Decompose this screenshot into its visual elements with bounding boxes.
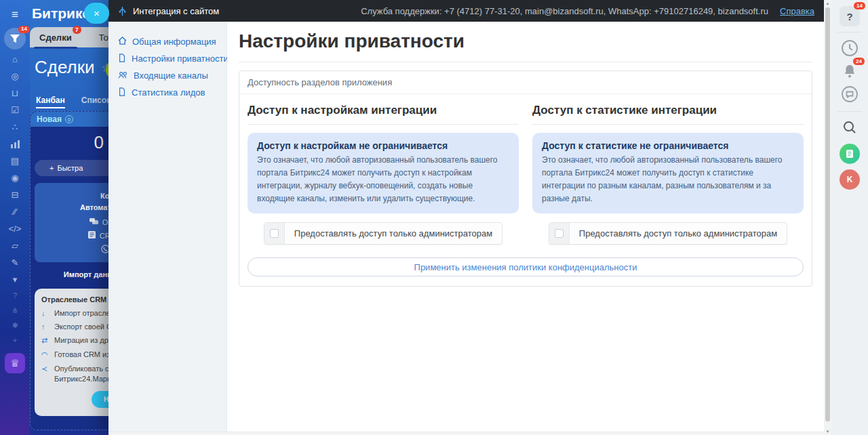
modal-menu-item-2[interactable]: Настройки приватности: [118, 50, 226, 67]
help-button[interactable]: ? 14: [840, 6, 860, 26]
info-title: Доступ к статистике не ограничивается: [542, 140, 794, 151]
checkbox-cell[interactable]: [264, 223, 285, 244]
settings-access-column: Доступ к настройкам интеграции Доступ к …: [248, 102, 519, 245]
column-heading: Доступ к настройкам интеграции: [248, 104, 519, 117]
notifications-bell-icon[interactable]: 24: [840, 62, 859, 81]
form-icon: [88, 231, 96, 240]
sales-icon[interactable]: ∕∕: [4, 203, 26, 220]
help-link[interactable]: Справка: [780, 6, 814, 16]
home-icon: [118, 37, 127, 47]
checkbox-cell[interactable]: [549, 223, 570, 244]
settings-access-info: Доступ к настройкам не ограничивается Эт…: [248, 133, 519, 213]
modal-title: Интеграция с сайтом: [133, 6, 219, 16]
screen: Битрикс24 Сделки 7 Товары Сделки ☆ Канба…: [0, 0, 868, 435]
crm-funnel-icon[interactable]: 14: [4, 28, 26, 49]
network-icon[interactable]: ∴: [4, 119, 26, 136]
scrollbar-thumb[interactable]: [825, 7, 830, 421]
cart-icon[interactable]: ⊔: [4, 85, 26, 102]
user-avatar[interactable]: K: [840, 169, 860, 190]
page-title: Сделки: [35, 57, 95, 78]
checkbox-unchecked[interactable]: [555, 229, 564, 238]
plus-icon: +: [50, 164, 54, 172]
divider: [837, 32, 862, 33]
menu-icon[interactable]: ≡: [4, 6, 26, 23]
admin-only-stats-checkbox[interactable]: Предоставлять доступ только администрато…: [549, 222, 787, 245]
cloud-icon: ◠: [41, 350, 50, 359]
vertical-scrollbar[interactable]: ▲ ▼: [824, 0, 831, 435]
settings-icon[interactable]: ✱: [4, 318, 26, 333]
chat-icon: [90, 218, 98, 226]
info-title: Доступ к настройкам не ограничивается: [257, 140, 509, 151]
kanban-column-label: Новая: [37, 115, 62, 124]
add-icon[interactable]: +: [4, 333, 26, 348]
right-utility-rail: ? 14 24 K: [831, 0, 868, 435]
info-text: Это означает, что любой авторизованный п…: [257, 155, 497, 203]
crm-funnel-icon-badge: 14: [18, 26, 30, 33]
view-tab-list[interactable]: Список: [81, 96, 111, 108]
divider: [532, 124, 804, 125]
robot-icon[interactable]: ◉: [4, 169, 26, 186]
admin-only-settings-checkbox[interactable]: Предоставлять доступ только администрато…: [264, 222, 502, 245]
modal-menu-item-3[interactable]: Входящие каналы: [118, 67, 226, 84]
horizontal-scrollbar-track[interactable]: [108, 432, 824, 435]
import-icon: ↓: [41, 309, 50, 317]
target-icon[interactable]: ◎: [4, 68, 26, 85]
tab-deals[interactable]: Сделки 7: [39, 33, 72, 43]
export-icon: ↑: [41, 323, 50, 331]
migrate-icon: ⇄: [41, 336, 50, 345]
notifications-badge: 24: [853, 58, 865, 65]
modal-sidebar: Общая информацияНастройки приватностиВхо…: [108, 22, 227, 435]
modal-menu-label: Статистика лидов: [132, 87, 205, 98]
checkbox-label: Предоставлять доступ только администрато…: [285, 223, 502, 244]
contacts-icon[interactable]: ▤: [4, 152, 26, 169]
doc-icon: [118, 87, 126, 98]
tasks-icon[interactable]: ☑: [4, 102, 26, 119]
app-icon: [118, 6, 127, 16]
divider: [837, 111, 862, 112]
column-heading: Доступ к статистике интеграции: [532, 104, 804, 117]
doc-edit-icon[interactable]: ▱: [4, 237, 26, 254]
modal-menu-label: Входящие каналы: [134, 70, 208, 81]
database-icon[interactable]: ⊟: [4, 186, 26, 203]
modal-menu-item-1[interactable]: Общая информация: [118, 33, 226, 50]
home-icon[interactable]: ⌂: [4, 51, 26, 68]
checkbox-unchecked[interactable]: [270, 229, 279, 238]
scroll-up-arrow[interactable]: ▲: [824, 1, 831, 5]
people-icon: [118, 70, 128, 81]
page-title-row: Сделки ☆: [35, 57, 112, 78]
divider: [239, 62, 812, 62]
search-icon[interactable]: [840, 118, 859, 137]
modal-content: Настройки приватности Доступность раздел…: [227, 22, 824, 435]
support-info: Служба поддержки: +7 (4712) 77-31-20, ma…: [361, 6, 768, 16]
close-button[interactable]: ×: [84, 3, 109, 24]
market-crown-icon[interactable]: ♕: [5, 353, 25, 373]
panel-body: Доступ к настройкам интеграции Доступ к …: [239, 94, 812, 286]
kanban-column-count: 0: [65, 115, 73, 123]
doc-icon: [118, 54, 126, 64]
apply-privacy-button[interactable]: Применить изменения политики конфиденциа…: [248, 257, 804, 276]
share-icon: ≺: [41, 365, 50, 373]
messenger-icon[interactable]: [840, 85, 859, 104]
scroll-down-arrow[interactable]: ▼: [824, 430, 831, 434]
divider: [248, 124, 519, 125]
history-clock-icon[interactable]: [840, 39, 859, 58]
marketplace-widget-icon[interactable]: [840, 144, 860, 164]
help-badge: 14: [854, 2, 865, 9]
modal-menu-item-4[interactable]: Статистика лидов: [118, 84, 226, 101]
tab-deals-badge: 7: [73, 26, 81, 34]
modal-header: Интеграция с сайтом Служба поддержки: +7…: [108, 0, 824, 22]
structure-icon[interactable]: ⋔: [4, 303, 26, 318]
code-icon[interactable]: </>: [4, 220, 26, 237]
panel-header: Доступность разделов приложения: [239, 71, 812, 94]
info-text: Это означает, что любой авторизованный п…: [542, 155, 782, 203]
chevron-down-icon[interactable]: ▾: [4, 271, 26, 288]
help-icon[interactable]: ?: [4, 288, 26, 303]
pencil-icon[interactable]: ✎: [4, 254, 26, 271]
stats-access-column: Доступ к статистике интеграции Доступ к …: [532, 102, 804, 245]
modal-menu-label: Настройки приватности: [132, 54, 229, 64]
logo-text: Битрикс: [32, 5, 90, 21]
kanban-amount: 0: [31, 127, 106, 153]
chart-icon[interactable]: [4, 136, 26, 152]
view-tab-kanban[interactable]: Канбан: [36, 96, 65, 108]
quick-deal-label: Быстра: [57, 164, 83, 172]
